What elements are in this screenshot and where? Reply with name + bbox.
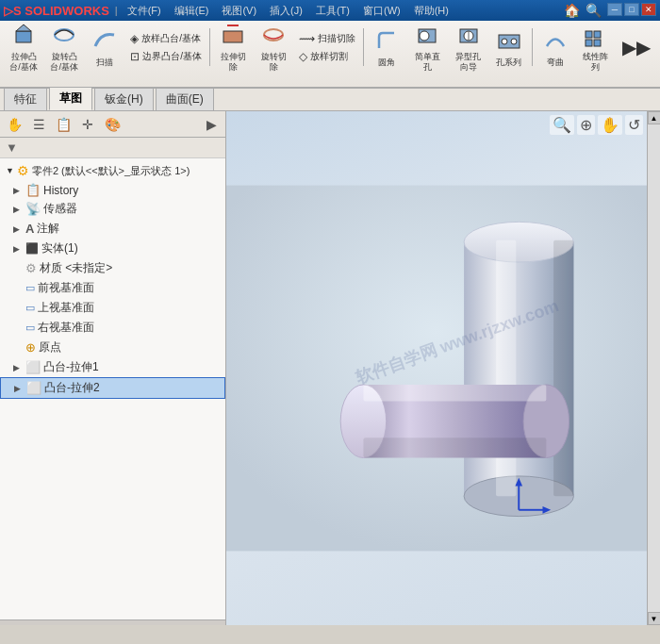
menu-help[interactable]: 帮助(H) (410, 4, 453, 18)
menu-window[interactable]: 窗口(W) (359, 4, 404, 18)
right-plane-icon: ▭ (25, 322, 35, 334)
tree-root: ▼ ⚙ 零件2 (默认<<默认>_显示状态 1>) (0, 160, 225, 181)
tab-surface[interactable]: 曲面(E) (156, 88, 214, 110)
front-plane-label: 前视基准面 (38, 280, 94, 296)
expand-arrow[interactable]: ▼ (6, 166, 14, 175)
home-icon[interactable]: 🏠 (564, 3, 580, 18)
boss-extrude-button[interactable]: 拉伸凸台/基体 (4, 25, 43, 69)
hole-wizard-button[interactable]: 异型孔向导 (448, 25, 487, 69)
material-label: 材质 <未指定> (40, 260, 112, 276)
tabstrip: 特征 草图 钣金(H) 曲面(E) (0, 89, 660, 111)
right-plane-label: 右视基准面 (38, 320, 94, 336)
svg-rect-15 (594, 31, 601, 38)
view-zoom-icon[interactable]: ⊕ (577, 115, 595, 135)
display-icon[interactable]: 🎨 (102, 114, 123, 135)
close-button[interactable]: ✕ (641, 3, 656, 16)
history-label: History (43, 184, 78, 197)
feature-tree[interactable]: ▼ ⚙ 零件2 (默认<<默认>_显示状态 1>) ▶ 📋 History ▶ … (0, 158, 225, 619)
maximize-button[interactable]: □ (624, 3, 639, 16)
search-icon[interactable]: 🔍 (586, 3, 602, 18)
tree-item-right-plane[interactable]: ▶ ▭ 右视基准面 (0, 318, 225, 338)
solid-bodies-icon: ⬛ (25, 242, 39, 255)
titlebar: ▷S SOLIDWORKS | 文件(F) 编辑(E) 视图(V) 插入(J) … (0, 0, 660, 21)
fillet-button[interactable]: 圆角 (367, 25, 406, 69)
boss1-arrow: ▶ (13, 363, 23, 372)
sweep-cut-button[interactable]: ⟿扫描切除 (294, 30, 360, 47)
config-icon[interactable]: ✛ (77, 114, 98, 135)
menu-view[interactable]: 视图(V) (218, 4, 260, 18)
svg-rect-17 (594, 40, 601, 46)
list-icon[interactable]: ☰ (28, 114, 49, 135)
part-name: 零件2 (默认<<默认>_显示状态 1>) (32, 164, 190, 178)
svg-rect-27 (363, 385, 546, 401)
toolbar: 拉伸凸台/基体 旋转凸台/基体 扫描 ◈放样凸台/基体 ⊡边界凸台/基体 (0, 21, 660, 89)
boss1-icon: ⬜ (25, 360, 41, 374)
part-icon: ⚙ (17, 163, 29, 178)
3d-viewport[interactable]: 🔍 ⊕ ✋ ↺ (226, 111, 647, 625)
hole-series-button[interactable]: 孔系列 (489, 25, 529, 69)
tree-item-material[interactable]: ▶ ⚙ 材质 <未指定> (0, 258, 225, 278)
tree-item-front-plane[interactable]: ▶ ▭ 前视基准面 (0, 278, 225, 298)
revolve-cut-button[interactable]: 旋转切除 (254, 25, 293, 69)
filter-row: ▼ (0, 138, 225, 158)
svg-point-2 (55, 29, 74, 41)
tree-item-history[interactable]: ▶ 📋 History (0, 181, 225, 199)
top-plane-icon: ▭ (25, 302, 35, 314)
panel-toolbar: ✋ ☰ 📋 ✛ 🎨 ▶ (0, 111, 225, 138)
separator3 (532, 28, 533, 66)
tab-sheet-metal[interactable]: 钣金(H) (94, 88, 154, 110)
sensors-arrow: ▶ (13, 205, 23, 214)
feature-tree-panel: ✋ ☰ 📋 ✛ 🎨 ▶ ▼ ▼ ⚙ 零件2 (默认<<默认>_显示状态 1>) … (0, 111, 226, 625)
svg-rect-0 (16, 31, 31, 42)
sensors-label: 传感器 (43, 201, 77, 217)
tree-item-sensors[interactable]: ▶ 📡 传感器 (0, 199, 225, 219)
scroll-down-button[interactable]: ▼ (648, 612, 661, 625)
view-orient-icon[interactable]: 🔍 (550, 115, 574, 135)
hand-icon[interactable]: ✋ (4, 114, 25, 135)
boundary-base-button[interactable]: ⊡边界凸台/基体 (125, 48, 206, 65)
view-rotate-icon[interactable]: ↺ (625, 115, 643, 135)
svg-point-7 (420, 31, 429, 41)
svg-rect-14 (586, 31, 592, 38)
annotations-arrow: ▶ (13, 224, 23, 234)
expand-icon[interactable]: ▶ (201, 114, 222, 135)
annotations-icon: A (25, 222, 34, 236)
sensors-icon: 📡 (25, 202, 41, 216)
filter-icon: ▼ (6, 140, 18, 155)
tab-feature[interactable]: 特征 (4, 88, 47, 110)
right-scrollbar[interactable]: ▲ ▼ (647, 111, 660, 625)
extrude-cut-button[interactable]: 拉伸切除 (213, 25, 253, 69)
tree-item-boss-extrude2[interactable]: ▶ ⬜ 凸台-拉伸2 (0, 377, 225, 399)
svg-point-12 (502, 39, 507, 44)
panel-splitter[interactable] (0, 619, 225, 625)
chamfer-button[interactable]: 简单直孔 (407, 25, 447, 69)
history-icon: 📋 (25, 183, 41, 197)
tree-item-origin[interactable]: ▶ ⊕ 原点 (0, 338, 225, 357)
minimize-button[interactable]: ─ (607, 3, 622, 16)
loft-cut-button[interactable]: ◇放样切割 (294, 48, 360, 65)
property-icon[interactable]: 📋 (53, 114, 74, 135)
3d-shape (226, 111, 647, 625)
linear-pattern-button[interactable]: 线性阵列 (576, 25, 616, 69)
view-pan-icon[interactable]: ✋ (598, 115, 622, 135)
menu-file[interactable]: 文件(F) (124, 4, 165, 18)
revolve-base-button[interactable]: 旋转凸台/基体 (44, 25, 84, 69)
scroll-up-button[interactable]: ▲ (648, 111, 661, 124)
menu-tools[interactable]: 工具(T) (312, 4, 354, 18)
svg-point-13 (511, 39, 517, 44)
svg-rect-18 (226, 186, 647, 552)
bend-button[interactable]: 弯曲 (536, 25, 575, 69)
boss2-icon: ⬜ (26, 381, 41, 395)
tree-item-solid-bodies[interactable]: ▶ ⬛ 实体(1) (0, 239, 225, 258)
top-plane-label: 上视基准面 (38, 300, 94, 316)
menu-edit[interactable]: 编辑(E) (171, 4, 213, 18)
tree-item-annotations[interactable]: ▶ A 注解 (0, 219, 225, 239)
tab-sketch[interactable]: 草图 (49, 87, 92, 110)
sweep-button[interactable]: 扫描 (85, 25, 124, 69)
tree-item-top-plane[interactable]: ▶ ▭ 上视基准面 (0, 298, 225, 318)
material-icon: ⚙ (25, 261, 37, 275)
loft-base-button[interactable]: ◈放样凸台/基体 (125, 30, 206, 47)
menu-insert[interactable]: 插入(J) (266, 4, 306, 18)
tree-item-boss-extrude1[interactable]: ▶ ⬜ 凸台-拉伸1 (0, 357, 225, 377)
more-button[interactable]: ▶▶ (617, 25, 656, 69)
